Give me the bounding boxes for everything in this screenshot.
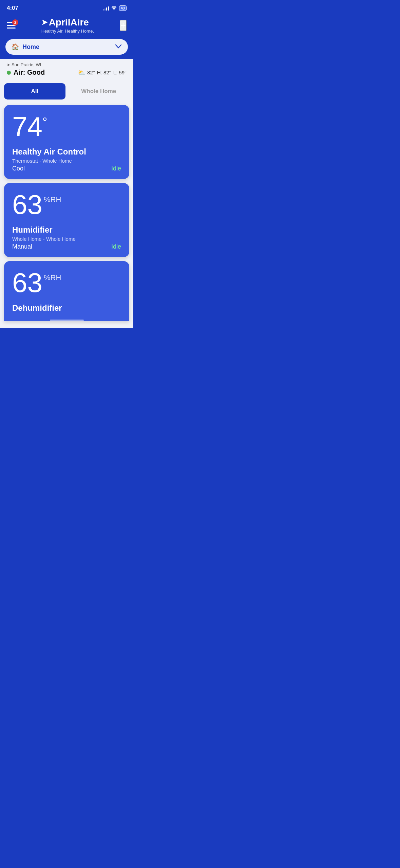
humidifier-mode: Manual	[12, 243, 32, 250]
dehumidifier-number: 63	[12, 269, 42, 296]
status-bar: 4:07 43	[0, 0, 133, 14]
weather-city: Sun Prairie, WI	[12, 62, 41, 67]
cards-container: 74° Healthy Air Control Thermostat - Who…	[0, 104, 133, 328]
weather-high: H: 82°	[97, 70, 111, 75]
logo-tagline: Healthy Air, Healthy Home.	[41, 29, 94, 34]
home-icon: 🏠	[12, 43, 19, 51]
location-pin-icon: ➤	[7, 62, 10, 67]
tab-whole-home[interactable]: Whole Home	[68, 83, 130, 100]
notification-badge: 2	[12, 19, 18, 25]
weather-info: ⛅ 82° H: 82° L: 59°	[78, 69, 127, 76]
air-quality-dot	[7, 71, 11, 75]
weather-low: L: 59°	[113, 70, 127, 75]
thermostat-card[interactable]: 74° Healthy Air Control Thermostat - Who…	[4, 105, 129, 179]
battery-level: 43	[121, 6, 125, 10]
location-name: Home	[22, 43, 39, 51]
svg-point-0	[113, 9, 114, 10]
thermostat-name: Healthy Air Control	[12, 147, 121, 157]
thermostat-status-row: Cool Idle	[12, 165, 121, 172]
tabs-container: All Whole Home	[0, 80, 133, 104]
humidifier-card[interactable]: 63 %RH Humidifier Whole Home - Whole Hom…	[4, 183, 129, 257]
humidifier-unit: %RH	[44, 196, 61, 203]
signal-icon	[103, 6, 109, 11]
weather-icon: ⛅	[78, 69, 85, 76]
weather-row: Air: Good ⛅ 82° H: 82° L: 59°	[7, 69, 127, 76]
thermostat-temp: 74°	[12, 113, 121, 140]
weather-temp: 82°	[87, 70, 95, 75]
humidifier-name: Humidifier	[12, 225, 121, 235]
status-icons: 43	[103, 5, 127, 11]
air-quality-label: Air: Good	[14, 69, 45, 76]
location-selector[interactable]: 🏠 Home	[5, 39, 128, 55]
header: 2 ➤ AprilAire Healthy Air, Healthy Home.…	[0, 14, 133, 39]
logo-arrow-icon: ➤	[41, 18, 47, 27]
location-tag: ➤ Sun Prairie, WI	[7, 62, 127, 67]
thermostat-status: Idle	[111, 165, 121, 172]
dehumidifier-name: Dehumidifier	[12, 303, 121, 313]
humidifier-status-row: Manual Idle	[12, 243, 121, 250]
humidifier-number: 63	[12, 191, 42, 218]
scroll-indicator	[50, 320, 84, 321]
humidifier-status: Idle	[111, 243, 121, 250]
logo-container: ➤ AprilAire Healthy Air, Healthy Home.	[41, 17, 94, 34]
logo-text-label: AprilAire	[49, 17, 89, 28]
dehumidifier-card[interactable]: 63 %RH Dehumidifier	[4, 261, 129, 321]
thermostat-mode: Cool	[12, 165, 25, 172]
wifi-icon	[111, 5, 117, 11]
dehumidifier-unit: %RH	[44, 274, 61, 282]
add-button[interactable]: +	[120, 20, 127, 31]
status-time: 4:07	[7, 5, 18, 12]
battery-icon: 43	[119, 5, 127, 11]
weather-bar: ➤ Sun Prairie, WI Air: Good ⛅ 82° H: 82°…	[0, 59, 133, 80]
chevron-down-icon	[115, 43, 122, 51]
air-quality: Air: Good	[7, 69, 45, 76]
thermostat-sub: Thermostat - Whole Home	[12, 158, 121, 164]
menu-button[interactable]: 2	[7, 22, 16, 29]
humidifier-sub: Whole Home - Whole Home	[12, 236, 121, 242]
humidifier-value: 63 %RH	[12, 191, 121, 218]
logo: ➤ AprilAire	[41, 17, 94, 28]
dehumidifier-value: 63 %RH	[12, 269, 121, 296]
tab-all[interactable]: All	[4, 83, 65, 100]
